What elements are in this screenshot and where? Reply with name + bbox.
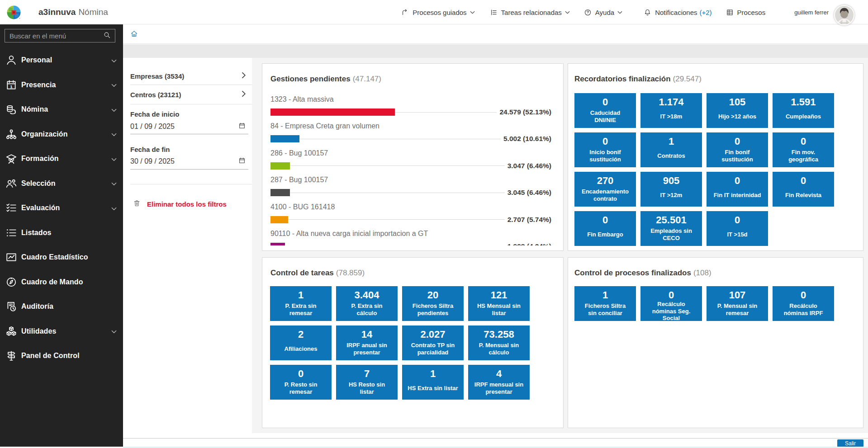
nav-label: Tareas relacionadas	[501, 9, 562, 16]
user-name[interactable]: guillem ferrer	[794, 9, 829, 16]
tarea-tile[interactable]: 20 Ficheros Siltra pendientes	[402, 286, 464, 321]
tile-value: 107	[729, 289, 746, 301]
user-avatar[interactable]	[834, 5, 854, 25]
gestion-row[interactable]: 4100 - BUG 161418 2.707 (5.74%)	[270, 200, 551, 227]
tile-label: IT >15d	[727, 226, 747, 246]
home-icon[interactable]	[130, 30, 138, 39]
nav-label: Notificaciones	[655, 9, 697, 16]
recordatorio-tile[interactable]: 25.501 Empleados sin CECO	[640, 211, 702, 246]
sidebar-item-listados[interactable]: Listados	[0, 221, 123, 245]
proceso-tile[interactable]: 0 Recálculo nóminas Seg. Social	[640, 286, 702, 321]
recordatorio-tile[interactable]: 0 Fin mov. geográfica	[773, 132, 834, 167]
card-control-procesos-finalizados: Control de procesos finalizados(108) 1 F…	[568, 257, 863, 428]
tarea-tile[interactable]: 2 Afiliaciones	[270, 325, 332, 360]
proceso-tile[interactable]: 107 P. Mensual sin remesar	[707, 286, 768, 321]
tarea-tile[interactable]: 121 HS Mensual sin listar	[468, 286, 530, 321]
header-nav-notificaciones[interactable]: Notificaciones(+2)	[644, 9, 711, 16]
gestion-row[interactable]: 1323 - Alta massiva 24.579 (52.13%)	[270, 93, 551, 119]
tarea-tile[interactable]: 3.404 P. Extra sin cálculo	[336, 286, 398, 321]
sidebar-item-seleccion[interactable]: Selección	[0, 171, 123, 196]
trash-icon	[133, 199, 141, 209]
tile-value: 2.027	[420, 329, 445, 340]
recordatorio-tile[interactable]: 270 Encadenamiento contrato	[574, 172, 636, 207]
filter-empresas[interactable]: Empresas (3534)	[130, 71, 246, 80]
proceso-tile[interactable]: 1 Ficheros Siltra sin conciliar	[574, 286, 636, 321]
recordatorio-tile[interactable]: 0 Fin bonif sustitución	[707, 132, 768, 167]
header-nav-tareas-relacionadas[interactable]: Tareas relacionadas	[490, 9, 570, 16]
recordatorio-tile[interactable]: 0 Fin IT interinidad	[707, 172, 768, 207]
sidebar-item-organizacion[interactable]: Organización	[0, 122, 123, 147]
gestion-value: 5.002 (10.61%)	[503, 135, 551, 142]
gestion-row[interactable]: 287 - Bug 100157 3.045 (6.46%)	[270, 173, 551, 200]
recordatorio-tile[interactable]: 1 Contratos	[640, 132, 702, 167]
tarea-tile[interactable]: 2.027 Contrato TP sin parcialidad	[402, 325, 464, 360]
header-nav-ayuda[interactable]: Ayuda	[584, 9, 622, 16]
header-nav-procesos[interactable]: Procesos	[726, 9, 766, 16]
card-title-text: Control de tareas	[270, 269, 334, 277]
recordatorio-tile[interactable]: 1.174 IT >18m	[640, 93, 702, 128]
tile-label: Empleados sin CECO	[646, 226, 697, 246]
search-input[interactable]	[5, 32, 103, 40]
tile-value: 73.258	[484, 329, 514, 340]
tarea-tile[interactable]: 73.258 P. Mensual sin cálculo	[468, 325, 530, 360]
gestion-bar	[270, 243, 285, 245]
tile-value: 0	[602, 96, 608, 108]
sidebar-item-cuadro-de-mando[interactable]: Cuadro de Mando	[0, 270, 123, 295]
tarea-tile[interactable]: 1 HS Extra sin listar	[402, 365, 464, 400]
gestion-row[interactable]: 84 - Empresa Creta gran volumen 5.002 (1…	[270, 119, 551, 146]
sidebar-item-presencia[interactable]: 1 Presencia	[0, 73, 123, 98]
header-nav-procesos-guiados[interactable]: Procesos guiados	[401, 9, 474, 16]
fecha-inicio-input[interactable]: 01 / 09 / 2025	[130, 122, 246, 131]
sidebar-item-label: Selección	[21, 179, 56, 188]
sidebar-item-utilidades[interactable]: Utilidades	[0, 319, 123, 344]
tarea-tile[interactable]: 4 IRPF mensual sin presentar	[468, 365, 530, 400]
filter-centros[interactable]: Centros (23121)	[130, 90, 246, 99]
menu-search[interactable]	[5, 29, 115, 42]
calendar-icon[interactable]	[238, 157, 246, 166]
gestion-row[interactable]: 90110 - Alta nueva carga inicial importa…	[270, 227, 551, 245]
divider	[130, 85, 252, 85]
recordatorio-tile[interactable]: 0 IT >15d	[707, 211, 768, 246]
recordatorio-tile[interactable]: 0 Fin Relevista	[773, 172, 834, 207]
sidebar-item-personal[interactable]: Personal	[0, 48, 123, 73]
tile-label: Fin Embargo	[587, 226, 623, 246]
tile-value: 1.591	[791, 96, 816, 108]
sidebar-item-cuadro-estadistico[interactable]: Cuadro Estadístico	[0, 245, 123, 270]
brand-product: Nómina	[78, 7, 108, 17]
fecha-fin-input[interactable]: 30 / 09 / 2025	[130, 157, 246, 166]
tile-value: 0	[801, 289, 806, 301]
tarea-tile[interactable]: 1 P. Extra sin remesar	[270, 286, 332, 321]
tile-value: 0	[298, 368, 304, 379]
proceso-tile[interactable]: 0 Recálculo nóminas IRPF	[773, 286, 834, 321]
gestion-row[interactable]: 286 - Bug 100157 3.047 (6.46%)	[270, 146, 551, 173]
salir-button[interactable]: Salir	[837, 439, 863, 447]
recordatorio-tile[interactable]: 0 Fin Embargo	[574, 211, 636, 246]
recordatorio-tile[interactable]: 105 Hijo >12 años	[707, 93, 768, 128]
tile-value: 0	[735, 136, 740, 147]
fecha-fin-value[interactable]: 30 / 09 / 2025	[130, 157, 175, 165]
tarea-tile[interactable]: 14 IRPF anual sin presentar	[336, 325, 398, 360]
clear-filters-button[interactable]: Eliminar todos los filtros	[133, 199, 227, 209]
tile-label: HS Mensual sin listar	[474, 301, 524, 321]
sidebar-item-label: Personal	[21, 56, 52, 64]
sidebar-item-panel-de-control[interactable]: Panel de Control	[0, 344, 123, 368]
recordatorio-tile[interactable]: 1.591 Cumpleaños	[773, 93, 834, 128]
app-title: a3innuva Nómina	[38, 0, 108, 24]
fecha-inicio-value[interactable]: 01 / 09 / 2025	[130, 123, 175, 131]
sidebar-item-evaluacion[interactable]: Evaluación	[0, 196, 123, 221]
calendar-icon[interactable]	[238, 122, 246, 131]
nav-label: Procesos guiados	[413, 9, 466, 16]
recordatorio-tile[interactable]: 0 Caducidad DNI/NIE	[574, 93, 636, 128]
card-title-text: Recordatorios finalización	[574, 75, 671, 83]
tile-label: Cumpleaños	[786, 108, 821, 128]
recordatorio-tile[interactable]: 905 IT >12m	[640, 172, 702, 207]
tile-value: 0	[602, 214, 608, 226]
org-chart-icon	[5, 128, 17, 140]
sidebar-item-auditoria[interactable]: Auditoría	[0, 294, 123, 319]
tarea-tile[interactable]: 0 P. Resto sin remesar	[270, 365, 332, 400]
sidebar-item-nomina[interactable]: Nómina	[0, 97, 123, 122]
sidebar-item-formacion[interactable]: Formación	[0, 146, 123, 171]
tarea-tile[interactable]: 7 HS Resto sin listar	[336, 365, 398, 400]
recordatorio-tile[interactable]: 0 Inicio bonif sustitución	[574, 132, 636, 167]
tile-label: HS Resto sin listar	[342, 379, 392, 400]
